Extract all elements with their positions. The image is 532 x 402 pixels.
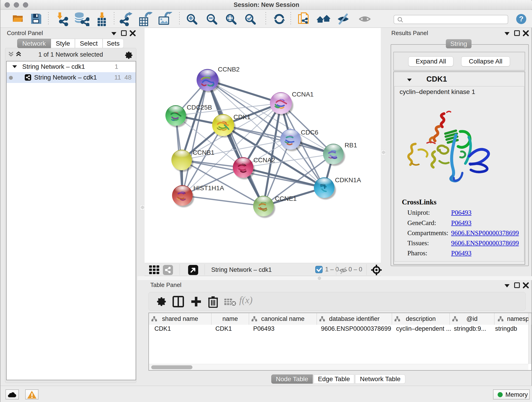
svg-text:CCNB1: CCNB1 — [193, 149, 215, 156]
svg-text:CDC25B: CDC25B — [187, 104, 212, 111]
svg-text:CCNA2: CCNA2 — [253, 157, 275, 164]
svg-text:CDK1: CDK1 — [234, 114, 251, 121]
svg-text:?: ? — [519, 15, 524, 23]
svg-text:RB1: RB1 — [345, 142, 357, 149]
svg-text:CCNA1: CCNA1 — [292, 91, 314, 98]
svg-text:HIST1H1A: HIST1H1A — [193, 185, 224, 191]
svg-text:CDC6: CDC6 — [301, 129, 318, 136]
svg-text:CCNE1: CCNE1 — [275, 195, 297, 202]
svg-text:CCNB2: CCNB2 — [218, 66, 240, 73]
svg-text:CDKN1A: CDKN1A — [335, 177, 361, 184]
